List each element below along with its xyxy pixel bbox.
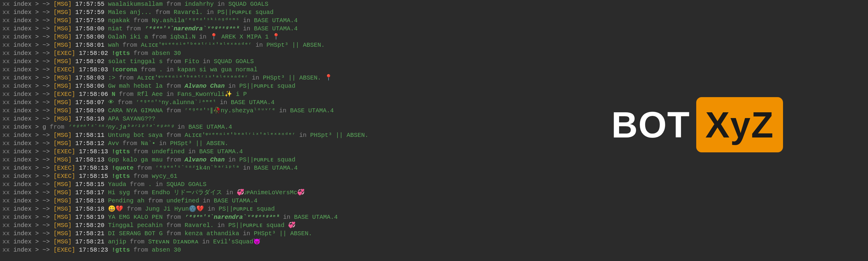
logo-badge: XyZ — [696, 97, 783, 152]
log-nick: Aʟɪᴄᴇ'ᵠᵘᵉᵉⁿⁱᵉ'ᵇᵉᵃᵗʳⁱˣ'ᵃˡᵉˣᵃⁿᵈᵉʳ — [141, 41, 252, 48]
log-tag: [EXEC] — [54, 66, 79, 73]
log-time: 17:58:21 — [75, 230, 108, 237]
log-line: xx index > ~> [MSG] 17:58:19 YA EMG KALO… — [2, 213, 866, 221]
log-message: Tinggal pecahin — [108, 222, 163, 229]
log-message: !gtts — [112, 50, 130, 57]
log-room: BASE UTAMA.4 — [231, 99, 275, 106]
log-time: 17:58:12 — [75, 140, 108, 147]
log-room: 💞ᴊᴘAnimeLoVersMc💞 — [237, 189, 305, 196]
log-room: BASE UTAMA.4 — [254, 164, 298, 171]
logo-text: BOT — [612, 100, 690, 149]
log-nick: Ravarel. — [185, 222, 214, 229]
brand-logo: BOT XyZ — [612, 97, 783, 152]
log-nick: absen 30 — [152, 247, 181, 253]
log-room: Fans_KwonYuli✨ i P — [177, 91, 247, 98]
log-room: PS||ᴘᴜʀᴘʟᴇ squad — [239, 156, 295, 163]
log-room: BASE UTAMA.4 — [254, 25, 298, 32]
log-nick: kenza athandika — [185, 230, 239, 237]
log-room: 📍 AREK X MIPA 1 📍 — [210, 33, 280, 40]
log-nick: Jung Ji Hyun🌚💔 — [145, 205, 204, 213]
log-tag: [MSG] — [54, 214, 75, 221]
log-nick: ʳᵉᵍᵉⁿ'ˢ`ˢⁿᶻ1k4n`ᵇᵃʳ¹ᵖᵗᵃ — [155, 164, 240, 171]
log-room: PHSpt³ || ABSEN. 📍 — [263, 74, 332, 81]
log-nick: Alvano Chan — [185, 156, 225, 163]
log-nick: absen 30 — [152, 50, 181, 57]
log-message: Untung bot saya — [108, 132, 163, 139]
log-tag: [MSG] — [54, 156, 75, 163]
log-nick: ʳᵉᵍᵉⁿ'ˢ∥🥀ny.shezyaˡᵒᵘᵛʳᵉ — [185, 107, 275, 114]
log-time: 17:58:06 — [79, 91, 112, 98]
log-line: xx index > ~> [MSG] 17:58:15 Yauda from … — [2, 180, 866, 189]
log-room: PS||ᴘᴜʀᴘʟᴇ squad 💞 — [228, 222, 296, 229]
log-message: APA SAYANG??? — [108, 115, 155, 122]
log-room: PHSpt³ || ABSEN. — [254, 230, 312, 237]
log-line: xx index > ~> [MSG] 17:58:18 Pending ah … — [2, 197, 866, 205]
log-room: PHSpt³ || ABSEN. — [170, 140, 228, 147]
log-room: kapan si wa gua normal — [177, 66, 257, 73]
log-tag: [MSG] — [54, 132, 75, 139]
log-nick: Aʟɪᴄᴇ'ᵠᵘᵉᵉⁿⁱᵉ'ᵇᵉᵃᵗʳⁱˣ'ᵃˡᵉˣᵃⁿᵈᵉʳ — [137, 74, 248, 81]
log-time: 17:58:09 — [75, 107, 108, 114]
log-line: xx index > ~> [MSG] 17:58:21 anjip from … — [2, 238, 866, 246]
log-time: 17:58:06 — [75, 83, 108, 90]
log-tag: [MSG] — [54, 189, 75, 196]
log-nick: Aʟɪᴄᴇ'ᵠᵘᵉᵉⁿⁱᵉ'ᵇᵉᵃᵗʳⁱˣ'ᵃˡᵉˣᵃⁿᵈᵉʳ — [185, 132, 296, 139]
log-time: 17:58:19 — [75, 214, 108, 221]
log-message: anjip — [108, 238, 126, 245]
log-tag: [EXEC] — [54, 247, 79, 253]
log-line: xx index > ~> [MSG] 17:58:21 DI SERANG B… — [2, 229, 866, 238]
log-time: 17:58:18 — [75, 205, 108, 213]
log-room: BASE UTAMA.4 — [199, 148, 243, 155]
log-nick: . — [159, 66, 163, 73]
log-line: xx index > ~> [EXEC] 17:58:15 !gtts from… — [2, 172, 866, 180]
log-line: xx index > ~> [MSG] 17:58:20 Tinggal pec… — [2, 221, 866, 229]
log-time: 17:58:07 — [75, 99, 108, 106]
log-tag: [EXEC] — [54, 164, 79, 171]
log-line: xx index > ~> [MSG] 17:58:06 Gw mah heba… — [2, 82, 866, 90]
log-message: !gtts — [112, 148, 130, 155]
log-tag: [MSG] — [54, 9, 75, 16]
log-nick: Ny.ashilaʳᵉᵍᵉⁿ'ˢᵏⁱⁿᵍᵈᵒᵐˢ — [152, 17, 240, 24]
log-message: wah — [108, 41, 119, 48]
log-message: !gtts — [112, 173, 130, 180]
log-tag: [MSG] — [54, 17, 75, 24]
log-message: Oalah iki a — [108, 33, 148, 40]
log-line: xx index > ~> [MSG] 17:58:02 solat tingg… — [2, 57, 866, 66]
log-room: BASE UTAMA.4 — [214, 197, 257, 204]
log-time: 17:58:00 — [75, 25, 108, 32]
log-room: PHSpt³ || ABSEN. — [267, 41, 325, 48]
log-time: 17:58:21 — [75, 238, 108, 245]
log-nick: . — [148, 181, 152, 188]
log-time: 17:57:55 — [75, 1, 108, 8]
log-message: CARA NYA GIMANA — [108, 107, 163, 114]
log-nick: ʳᵉᵍᵉⁿ'ˢny.alunna`ʲᵃᵐᵉᵗ — [136, 99, 216, 106]
log-tag: [MSG] — [54, 197, 75, 204]
log-line: xx index > ~> [MSG] 17:58:18 😀💔 from Jun… — [2, 205, 866, 213]
log-nick: undefined — [166, 197, 199, 204]
log-time: 17:58:23 — [79, 247, 112, 253]
log-nick: Fito — [185, 58, 199, 65]
log-line: xx index > ~> [MSG] 17:57:55 waalaikumsa… — [2, 0, 866, 8]
log-line: xx index > ~> [MSG] 17:58:17 Hi syg from… — [2, 189, 866, 197]
log-tag: [MSG] — [54, 205, 75, 213]
log-time: 17:58:15 — [75, 181, 108, 188]
log-line: xx index > ~> [MSG] 17:58:00 Oalah iki a… — [2, 33, 866, 41]
log-message: N — [112, 91, 115, 98]
log-nick: ʳᵉᵍᵉⁿ'ˢ`narendra`ᵛᵒᵍᵒˢᵍᵃⁿᵏ — [185, 214, 280, 221]
log-room: SQUAD GOALS — [166, 181, 206, 188]
log-tag: [MSG] — [54, 230, 75, 237]
log-room: BASE UTAMA.4 — [254, 17, 298, 24]
log-line: xx index > ~> [EXEC] 17:58:03 !corona fr… — [2, 66, 866, 74]
log-nick: Na`• — [141, 140, 155, 147]
log-time: 17:58:10 — [75, 115, 108, 122]
log-time: 17:57:59 — [75, 9, 108, 16]
log-tag: [EXEC] — [54, 50, 79, 57]
log-tag: [MSG] — [54, 74, 75, 81]
log-time: 17:58:20 — [75, 222, 108, 229]
log-line: xx index > ~> [EXEC] 17:58:13 !quote fro… — [2, 164, 866, 172]
log-line: xx index > ~> [MSG] 17:57:59 ngakak from… — [2, 17, 866, 25]
log-time: 17:58:03 — [79, 66, 112, 73]
log-tag: [MSG] — [54, 238, 75, 245]
log-tag: [EXEC] — [54, 148, 79, 155]
log-room: PHSpt³ || ABSEN. — [310, 132, 368, 139]
